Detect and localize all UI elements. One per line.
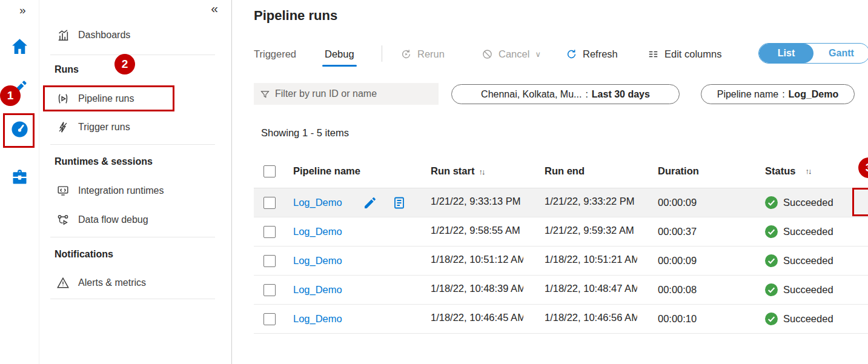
toolbar-separator [382, 45, 382, 62]
main-content: Pipeline runs Triggered Debug Rerun Canc… [233, 0, 868, 364]
duration-cell: 00:00:08 [658, 284, 765, 296]
col-header-run-end[interactable]: Run end [545, 165, 658, 177]
pipeline-run-link[interactable]: Log_Demo [293, 226, 342, 237]
sidebar-section-runs: Runs [55, 64, 79, 75]
sidebar-item-integration-runtimes[interactable]: Integration runtimes [39, 179, 215, 203]
table-row[interactable]: Log_Demo 1/18/22, 10:46:45 AM 1/18/22, 1… [254, 305, 868, 334]
pipeline-run-link[interactable]: Log_Demo [293, 284, 342, 296]
rerun-button[interactable]: Rerun [400, 44, 445, 64]
pill-separator: : [782, 89, 784, 100]
sidebar-item-alerts-metrics[interactable]: Alerts & metrics [39, 271, 215, 295]
sidebar-divider [50, 237, 215, 237]
table-row[interactable]: Log_Demo 1/18/22, 10:48:39 AM 1/18/22, 1… [254, 276, 868, 305]
duration-cell: 00:00:09 [658, 255, 765, 266]
filter-run-input[interactable] [275, 88, 432, 99]
pipeline-filter-label: Pipeline name [717, 89, 778, 100]
sidebar-item-label: Integration runtimes [78, 185, 164, 196]
run-start-cell: 1/18/22, 10:46:45 AM [431, 312, 545, 326]
annotation-box-monitor-icon [3, 113, 35, 148]
col-header-duration[interactable]: Duration [658, 165, 765, 177]
sidebar-section-runtimes: Runtimes & sessions [55, 156, 153, 167]
annotation-box-details-icon [852, 188, 868, 216]
table-row[interactable]: Log_Demo 1/18/22, 10:51:12 AM 1/18/22, 1… [254, 247, 868, 276]
sort-icon: ↑↓ [805, 167, 810, 176]
time-range-label: Chennai, Kolkata, Mu... [481, 89, 581, 100]
table-row[interactable]: Log_Demo 1/21/22, 9:33:13 PM 1/21/22, 9:… [254, 188, 868, 217]
tab-debug[interactable]: Debug [325, 44, 354, 64]
pipeline-run-link[interactable]: Log_Demo [293, 313, 342, 325]
activity-runs-details-icon[interactable] [392, 196, 406, 210]
run-end-cell: 1/18/22, 10:48:47 AM [545, 283, 658, 297]
rerun-label: Rerun [417, 48, 445, 60]
dashboards-icon [56, 28, 70, 42]
succeeded-check-icon [765, 225, 778, 238]
table-row[interactable]: Log_Demo 1/21/22, 9:58:55 AM 1/21/22, 9:… [254, 217, 868, 247]
row-checkbox[interactable] [263, 284, 276, 296]
gantt-view-button[interactable]: Gantt [813, 44, 868, 63]
row-checkbox[interactable] [263, 313, 276, 325]
row-checkbox[interactable] [263, 255, 276, 267]
edit-columns-button[interactable]: Edit columns [648, 44, 721, 64]
run-start-cell: 1/21/22, 9:33:13 PM [431, 196, 545, 210]
time-range-filter-pill[interactable]: Chennai, Kolkata, Mu... : Last 30 days [451, 84, 680, 104]
monitor-sidebar: « Dashboards Runs Pipeline runs Trigger … [39, 0, 232, 364]
cancel-icon [482, 48, 493, 60]
refresh-icon [566, 48, 577, 60]
pill-separator: : [585, 89, 588, 100]
duration-cell: 00:00:37 [658, 226, 765, 237]
select-all-checkbox[interactable] [263, 165, 276, 177]
alerts-warning-icon [56, 276, 70, 290]
run-start-cell: 1/21/22, 9:58:55 AM [431, 225, 545, 239]
expand-rail-icon[interactable]: » [19, 4, 26, 17]
list-view-button[interactable]: List [759, 44, 813, 63]
run-start-cell: 1/18/22, 10:48:39 AM [431, 283, 545, 297]
succeeded-check-icon [765, 313, 778, 325]
cancel-label: Cancel [499, 48, 529, 60]
run-end-cell: 1/21/22, 9:33:22 PM [545, 196, 658, 210]
integration-runtimes-icon [56, 184, 70, 197]
time-range-value: Last 30 days [592, 89, 650, 100]
cancel-button[interactable]: Cancel ∨ [482, 44, 541, 64]
edit-pencil-icon[interactable] [363, 196, 377, 210]
row-checkbox[interactable] [263, 226, 276, 238]
collapse-sidebar-icon[interactable]: « [211, 1, 218, 16]
sidebar-item-label: Dashboards [78, 30, 130, 41]
status-text: Succeeded [783, 255, 833, 266]
rerun-icon [400, 48, 412, 60]
pipeline-run-link[interactable]: Log_Demo [293, 255, 342, 266]
sidebar-item-trigger-runs[interactable]: Trigger runs [39, 115, 215, 139]
app-rail: » [0, 0, 39, 364]
sidebar-item-label: Alerts & metrics [78, 277, 146, 288]
annotation-box-pipeline-runs [43, 85, 174, 111]
pipeline-runs-table: Pipeline name Run start↑↓ Run end Durati… [254, 154, 868, 334]
chevron-down-icon: ∨ [535, 50, 541, 59]
refresh-button[interactable]: Refresh [566, 44, 618, 64]
status-text: Succeeded [783, 226, 833, 237]
col-header-run-start[interactable]: Run start↑↓ [431, 165, 545, 177]
filter-funnel-icon [260, 89, 270, 99]
pipeline-run-link[interactable]: Log_Demo [293, 197, 342, 208]
pipeline-name-filter-pill[interactable]: Pipeline name : Log_Demo [701, 84, 855, 104]
status-cell: Succeeded [765, 283, 868, 296]
sidebar-divider [50, 299, 215, 299]
status-text: Succeeded [783, 313, 833, 325]
succeeded-check-icon [765, 254, 778, 267]
view-toggle: List Gantt [758, 43, 868, 64]
data-flow-debug-icon [56, 213, 70, 227]
duration-cell: 00:00:09 [658, 197, 765, 208]
col-header-status[interactable]: Status↑↓ [765, 165, 868, 177]
sidebar-section-notifications: Notifications [55, 249, 113, 260]
sidebar-item-data-flow-debug[interactable]: Data flow debug [39, 208, 215, 232]
tab-triggered[interactable]: Triggered [254, 44, 296, 64]
duration-cell: 00:00:10 [658, 313, 765, 325]
sidebar-divider [50, 144, 215, 145]
sidebar-item-dashboards[interactable]: Dashboards [39, 23, 215, 47]
items-count-summary: Showing 1 - 5 items [261, 127, 349, 139]
run-filter-box [254, 83, 439, 105]
succeeded-check-icon [765, 283, 778, 296]
home-icon[interactable] [10, 36, 30, 56]
row-checkbox[interactable] [263, 197, 276, 209]
status-cell: Succeeded [765, 254, 868, 267]
col-header-pipeline-name[interactable]: Pipeline name [293, 165, 431, 177]
manage-toolbox-icon[interactable] [10, 167, 30, 187]
